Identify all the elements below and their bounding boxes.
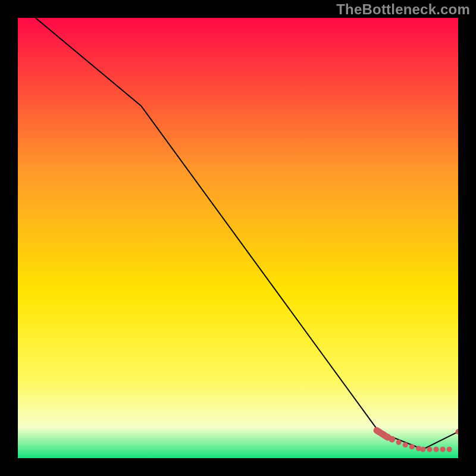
data-dot	[420, 447, 425, 452]
data-dot	[434, 447, 439, 452]
data-dot	[416, 446, 421, 451]
data-dot	[409, 444, 415, 449]
data-dot	[427, 447, 432, 452]
data-dot	[389, 436, 396, 443]
chart-frame: TheBottleneck.com	[0, 0, 476, 476]
watermark-text: TheBottleneck.com	[336, 1, 470, 18]
plot-area	[18, 18, 458, 458]
data-dot	[396, 440, 402, 445]
data-dot	[447, 447, 452, 452]
chart-svg	[18, 18, 458, 458]
data-dot	[440, 447, 446, 452]
data-dot	[403, 442, 408, 447]
